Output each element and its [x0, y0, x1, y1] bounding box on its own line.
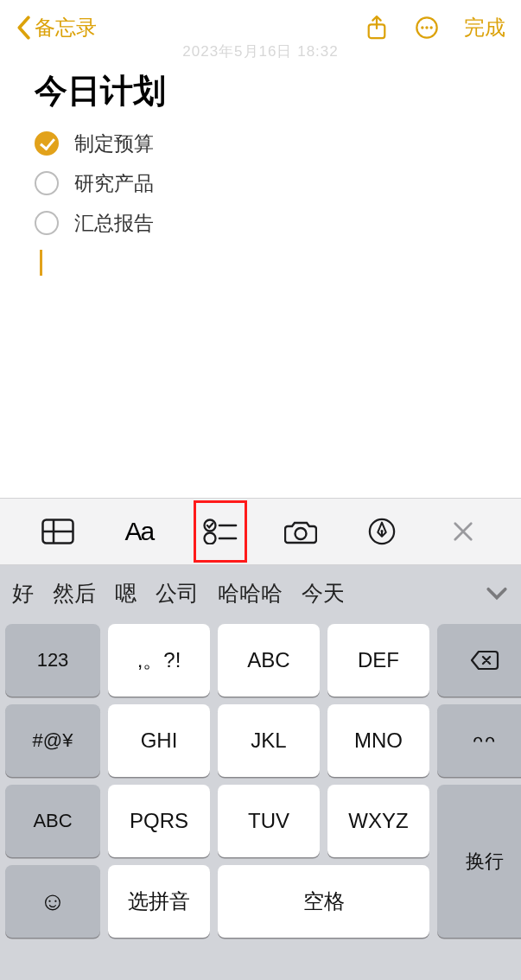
emoji-icon: ☺	[40, 887, 67, 916]
key-backspace[interactable]	[437, 624, 521, 697]
note-body[interactable]: 今日计划 制定预算 研究产品 汇总报告	[0, 55, 521, 276]
key-space[interactable]: 空格	[218, 865, 429, 938]
key-select-pinyin[interactable]: 选拼音	[108, 865, 210, 938]
candidate-word[interactable]: 公司	[156, 579, 199, 608]
key-jkl[interactable]: JKL	[218, 704, 320, 777]
key-tuv[interactable]: TUV	[218, 785, 320, 857]
todo-item[interactable]: 制定预算	[35, 124, 486, 163]
key-abc[interactable]: ABC	[218, 624, 320, 697]
candidate-word[interactable]: 然后	[53, 579, 96, 608]
svg-point-10	[204, 533, 215, 544]
checklist-icon	[203, 519, 238, 544]
todo-text[interactable]: 汇总报告	[74, 210, 154, 237]
key-caret[interactable]: ᴖᴖ	[437, 704, 521, 777]
todo-text[interactable]: 研究产品	[74, 170, 154, 197]
checkbox-icon[interactable]	[35, 171, 59, 195]
svg-point-4	[429, 26, 432, 29]
note-title[interactable]: 今日计划	[35, 69, 486, 113]
keyboard: 好 然后 嗯 公司 哈哈哈 今天 123 ,。?! ABC DEF #@¥ GH…	[0, 565, 521, 980]
candidate-bar: 好 然后 嗯 公司 哈哈哈 今天	[0, 565, 521, 620]
checkbox-checked-icon[interactable]	[35, 131, 59, 156]
backspace-icon	[470, 650, 499, 671]
back-label: 备忘录	[35, 14, 97, 41]
key-punct[interactable]: ,。?!	[108, 624, 210, 697]
table-icon	[41, 519, 74, 544]
more-button[interactable]	[414, 15, 440, 41]
key-ghi[interactable]: GHI	[108, 704, 210, 777]
todo-item[interactable]: 研究产品	[35, 163, 486, 203]
format-toolbar: Aa	[0, 498, 521, 565]
chevron-down-icon[interactable]	[485, 581, 509, 605]
svg-point-2	[421, 26, 423, 29]
todo-item[interactable]: 汇总报告	[35, 203, 486, 243]
back-button[interactable]: 备忘录	[16, 14, 97, 41]
markup-button[interactable]	[359, 509, 404, 554]
text-cursor	[40, 250, 42, 276]
candidate-word[interactable]: 哈哈哈	[218, 579, 283, 608]
key-symbols[interactable]: #@¥	[5, 704, 100, 777]
key-wxyz[interactable]: WXYZ	[327, 785, 429, 857]
chevron-left-icon	[16, 16, 31, 40]
share-button[interactable]	[364, 15, 390, 41]
camera-button[interactable]	[278, 509, 323, 554]
key-123[interactable]: 123	[5, 624, 100, 697]
textformat-button[interactable]: Aa	[117, 509, 162, 554]
note-timestamp: 2023年5月16日 18:32	[0, 41, 521, 61]
svg-point-12	[295, 528, 307, 539]
candidate-word[interactable]: 今天	[302, 579, 343, 608]
key-return[interactable]: 换行	[437, 785, 521, 938]
todo-text[interactable]: 制定预算	[74, 130, 154, 157]
key-mno[interactable]: MNO	[327, 704, 429, 777]
candidate-word[interactable]: 嗯	[115, 579, 137, 608]
nav-actions: 完成	[364, 14, 505, 41]
pen-tip-icon	[368, 518, 396, 545]
key-pqrs[interactable]: PQRS	[108, 785, 210, 857]
key-emoji[interactable]: ☺	[5, 865, 100, 938]
candidate-word[interactable]: 好	[12, 579, 34, 608]
key-abc-mode[interactable]: ABC	[5, 785, 100, 857]
checklist-button[interactable]	[198, 509, 243, 554]
svg-point-3	[425, 26, 428, 29]
table-button[interactable]	[35, 509, 80, 554]
camera-icon	[284, 519, 317, 544]
dismiss-keyboard-button[interactable]	[441, 509, 486, 554]
svg-point-15	[381, 530, 384, 532]
ellipsis-circle-icon	[415, 16, 439, 40]
key-grid: 123 ,。?! ABC DEF #@¥ GHI JKL MNO ᴖᴖ ABC …	[0, 615, 521, 946]
done-button[interactable]: 完成	[464, 14, 505, 41]
share-icon	[365, 15, 388, 41]
checkbox-icon[interactable]	[35, 211, 59, 235]
key-def[interactable]: DEF	[327, 624, 429, 697]
textformat-icon: Aa	[124, 517, 153, 546]
close-icon	[453, 521, 473, 542]
